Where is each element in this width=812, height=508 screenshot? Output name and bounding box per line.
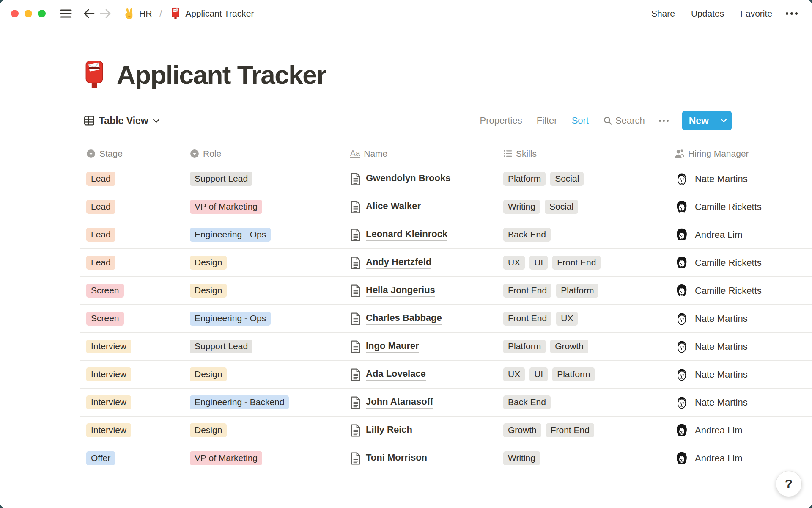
name-cell[interactable]: Andy Hertzfeld xyxy=(344,249,497,277)
sidebar-menu-icon[interactable] xyxy=(58,5,74,22)
name-cell[interactable]: Hella Jongerius xyxy=(344,277,497,305)
properties-button[interactable]: Properties xyxy=(476,113,526,129)
favorite-button[interactable]: Favorite xyxy=(735,6,777,21)
postbox-page-icon[interactable] xyxy=(80,59,108,90)
search-button[interactable]: Search xyxy=(599,113,649,129)
manager-cell[interactable]: Andrea Lim xyxy=(668,417,812,444)
new-button[interactable]: New xyxy=(682,111,716,130)
skills-cell[interactable]: WritingSocial xyxy=(497,193,668,221)
name-cell[interactable]: Leonard Kleinrock xyxy=(344,221,497,249)
column-header-manager[interactable]: Hiring Manager xyxy=(668,142,812,165)
stage-cell[interactable]: Lead xyxy=(80,249,184,277)
role-cell[interactable]: Design xyxy=(184,249,344,277)
skills-cell[interactable]: PlatformGrowth xyxy=(497,333,668,361)
role-cell[interactable]: Engineering - Backend xyxy=(184,389,344,417)
stage-cell[interactable]: Interview xyxy=(80,361,184,389)
manager-cell[interactable]: Nate Martins xyxy=(668,361,812,389)
stage-cell[interactable]: Offer xyxy=(80,444,184,472)
table-row[interactable]: InterviewEngineering - BackendJohn Atana… xyxy=(80,389,812,417)
stage-cell[interactable]: Interview xyxy=(80,417,184,444)
stage-cell[interactable]: Lead xyxy=(80,193,184,221)
role-cell[interactable]: Engineering - Ops xyxy=(184,221,344,249)
role-cell[interactable]: VP of Marketing xyxy=(184,193,344,221)
skills-cell[interactable]: Back End xyxy=(497,221,668,249)
name-cell[interactable]: Toni Morrison xyxy=(344,444,497,472)
help-button[interactable]: ? xyxy=(776,471,802,497)
page-link[interactable]: Charles Babbage xyxy=(350,312,442,325)
skills-cell[interactable]: PlatformSocial xyxy=(497,165,668,193)
page-link[interactable]: John Atanasoff xyxy=(350,396,433,409)
forward-arrow-icon[interactable] xyxy=(97,5,114,22)
view-options-icon[interactable] xyxy=(656,116,672,125)
skills-cell[interactable]: Writing xyxy=(497,444,668,472)
breadcrumb-workspace[interactable]: HR xyxy=(120,6,154,22)
skills-cell[interactable]: Front EndPlatform xyxy=(497,277,668,305)
stage-cell[interactable]: Lead xyxy=(80,165,184,193)
role-cell[interactable]: Design xyxy=(184,361,344,389)
manager-cell[interactable]: Andrea Lim xyxy=(668,221,812,249)
page-link[interactable]: Andy Hertzfeld xyxy=(350,257,431,269)
skills-cell[interactable]: Front EndUX xyxy=(497,305,668,333)
page-link[interactable]: Ingo Maurer xyxy=(350,340,419,353)
zoom-button[interactable] xyxy=(38,10,46,17)
table-row[interactable]: InterviewSupport LeadIngo MaurerPlatform… xyxy=(80,333,812,361)
name-cell[interactable]: Gwendolyn Brooks xyxy=(344,165,497,193)
manager-cell[interactable]: Nate Martins xyxy=(668,333,812,361)
role-cell[interactable]: VP of Marketing xyxy=(184,444,344,472)
stage-cell[interactable]: Interview xyxy=(80,389,184,417)
role-cell[interactable]: Support Lead xyxy=(184,165,344,193)
minimize-button[interactable] xyxy=(25,10,32,17)
column-header-skills[interactable]: Skills xyxy=(497,142,668,165)
table-row[interactable]: OfferVP of MarketingToni MorrisonWriting… xyxy=(80,444,812,472)
manager-cell[interactable]: Nate Martins xyxy=(668,389,812,417)
filter-button[interactable]: Filter xyxy=(533,113,561,129)
manager-cell[interactable]: Nate Martins xyxy=(668,305,812,333)
column-header-stage[interactable]: Stage xyxy=(80,142,184,165)
manager-cell[interactable]: Nate Martins xyxy=(668,165,812,193)
table-row[interactable]: ScreenDesignHella JongeriusFront EndPlat… xyxy=(80,277,812,305)
name-cell[interactable]: John Atanasoff xyxy=(344,389,497,417)
more-options-icon[interactable] xyxy=(783,9,800,18)
table-row[interactable]: LeadEngineering - OpsLeonard KleinrockBa… xyxy=(80,221,812,249)
table-row[interactable]: LeadDesignAndy HertzfeldUXUIFront EndCam… xyxy=(80,249,812,277)
stage-cell[interactable]: Interview xyxy=(80,333,184,361)
share-button[interactable]: Share xyxy=(646,6,680,21)
table-row[interactable]: InterviewDesignLilly ReichGrowthFront En… xyxy=(80,417,812,444)
page-link[interactable]: Alice Walker xyxy=(350,201,421,213)
role-cell[interactable]: Support Lead xyxy=(184,333,344,361)
manager-cell[interactable]: Camille Ricketts xyxy=(668,249,812,277)
page-link[interactable]: Gwendolyn Brooks xyxy=(350,173,450,185)
skills-cell[interactable]: UXUIFront End xyxy=(497,249,668,277)
table-row[interactable]: LeadVP of MarketingAlice WalkerWritingSo… xyxy=(80,193,812,221)
stage-cell[interactable]: Screen xyxy=(80,277,184,305)
table-view-switcher[interactable]: Table View xyxy=(80,113,163,129)
back-arrow-icon[interactable] xyxy=(80,5,97,22)
name-cell[interactable]: Alice Walker xyxy=(344,193,497,221)
page-link[interactable]: Leonard Kleinrock xyxy=(350,229,447,241)
column-header-name[interactable]: AaName xyxy=(344,142,497,165)
role-cell[interactable]: Engineering - Ops xyxy=(184,305,344,333)
manager-cell[interactable]: Camille Ricketts xyxy=(668,193,812,221)
manager-cell[interactable]: Andrea Lim xyxy=(668,444,812,472)
table-row[interactable]: LeadSupport LeadGwendolyn BrooksPlatform… xyxy=(80,165,812,193)
manager-cell[interactable]: Camille Ricketts xyxy=(668,277,812,305)
role-cell[interactable]: Design xyxy=(184,417,344,444)
stage-cell[interactable]: Lead xyxy=(80,221,184,249)
breadcrumb-page[interactable]: Applicant Tracker xyxy=(167,6,256,22)
stage-cell[interactable]: Screen xyxy=(80,305,184,333)
page-link[interactable]: Toni Morrison xyxy=(350,452,427,465)
name-cell[interactable]: Ingo Maurer xyxy=(344,333,497,361)
name-cell[interactable]: Lilly Reich xyxy=(344,417,497,444)
table-row[interactable]: ScreenEngineering - OpsCharles BabbageFr… xyxy=(80,305,812,333)
role-cell[interactable]: Design xyxy=(184,277,344,305)
new-dropdown-button[interactable] xyxy=(716,111,732,130)
page-link[interactable]: Hella Jongerius xyxy=(350,284,435,297)
table-row[interactable]: InterviewDesignAda LovelaceUXUIPlatformN… xyxy=(80,361,812,389)
skills-cell[interactable]: Back End xyxy=(497,389,668,417)
page-link[interactable]: Lilly Reich xyxy=(350,424,412,437)
page-link[interactable]: Ada Lovelace xyxy=(350,368,426,381)
column-header-role[interactable]: Role xyxy=(184,142,344,165)
name-cell[interactable]: Charles Babbage xyxy=(344,305,497,333)
updates-button[interactable]: Updates xyxy=(686,6,729,21)
skills-cell[interactable]: GrowthFront End xyxy=(497,417,668,444)
